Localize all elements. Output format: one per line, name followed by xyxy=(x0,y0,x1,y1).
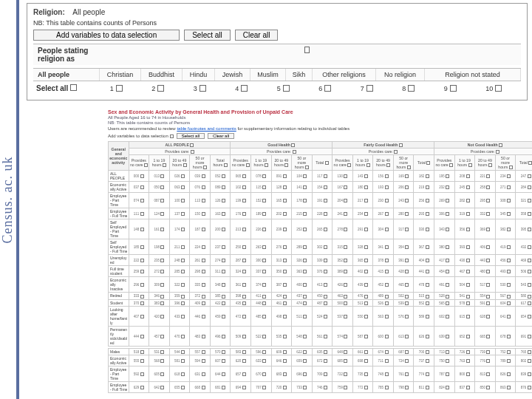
cell-checkbox[interactable] xyxy=(222,350,225,354)
cell-checkbox[interactable] xyxy=(385,335,389,338)
cell-checkbox[interactable] xyxy=(202,199,205,202)
cell-checkbox[interactable] xyxy=(385,386,389,389)
cell-checkbox[interactable] xyxy=(303,228,307,231)
cell-checkbox[interactable] xyxy=(202,295,205,299)
cell-checkbox[interactable] xyxy=(160,259,164,262)
cell-checkbox[interactable] xyxy=(202,372,205,376)
cell-checkbox[interactable] xyxy=(426,259,429,262)
cell-checkbox[interactable] xyxy=(140,228,144,231)
cell-checkbox[interactable] xyxy=(344,259,347,262)
group-checkbox[interactable] xyxy=(399,143,403,147)
cell-checkbox[interactable] xyxy=(507,335,511,338)
cell-checkbox[interactable] xyxy=(324,350,327,354)
cell-checkbox[interactable] xyxy=(385,228,389,231)
cell-checkbox[interactable] xyxy=(242,372,246,376)
subcol-checkbox[interactable] xyxy=(246,163,250,167)
cell-checkbox[interactable] xyxy=(364,359,368,363)
cell-checkbox[interactable] xyxy=(222,245,225,249)
subcol-checkbox[interactable] xyxy=(183,163,187,167)
cell-checkbox[interactable] xyxy=(181,335,185,338)
cell-checkbox[interactable] xyxy=(303,245,307,249)
cell-checkbox[interactable] xyxy=(528,372,531,376)
cell-checkbox[interactable] xyxy=(140,199,144,202)
cell-checkbox[interactable] xyxy=(426,350,429,354)
cell-checkbox[interactable] xyxy=(242,359,246,363)
cell-checkbox[interactable] xyxy=(160,295,164,299)
cell-checkbox[interactable] xyxy=(140,270,144,273)
cell-checkbox[interactable] xyxy=(181,350,185,354)
group-checkbox[interactable] xyxy=(499,143,502,147)
subcol-checkbox[interactable] xyxy=(265,163,268,167)
cell-checkbox[interactable] xyxy=(364,386,368,389)
cell-checkbox[interactable] xyxy=(242,259,246,262)
cell-checkbox[interactable] xyxy=(181,199,185,202)
cell-checkbox[interactable] xyxy=(466,386,470,389)
cell-checkbox[interactable] xyxy=(324,359,327,363)
cell-checkbox[interactable] xyxy=(262,270,266,273)
cell-checkbox[interactable] xyxy=(486,301,490,305)
cell-checkbox[interactable] xyxy=(283,315,287,318)
cell-checkbox[interactable] xyxy=(426,359,429,363)
select-all-button[interactable]: Select all xyxy=(184,30,231,41)
cell-checkbox[interactable] xyxy=(303,270,307,273)
cell-checkbox[interactable] xyxy=(486,245,490,249)
cell-checkbox[interactable] xyxy=(486,199,490,202)
cell-checkbox[interactable] xyxy=(303,283,307,287)
cell-checkbox[interactable] xyxy=(140,350,144,354)
cell-checkbox[interactable] xyxy=(222,199,225,202)
provides-care-checkbox[interactable] xyxy=(496,150,499,154)
cell-checkbox[interactable] xyxy=(283,259,287,262)
cell-checkbox[interactable] xyxy=(385,295,389,299)
cell-checkbox[interactable] xyxy=(262,259,266,262)
cell-checkbox[interactable] xyxy=(160,199,164,202)
cell-checkbox[interactable] xyxy=(385,315,389,318)
cell-checkbox[interactable] xyxy=(466,259,470,262)
cell-checkbox[interactable] xyxy=(324,372,327,376)
cell-checkbox[interactable] xyxy=(528,283,531,287)
cell-checkbox[interactable] xyxy=(283,372,287,376)
cell-checkbox[interactable] xyxy=(160,270,164,273)
cell-checkbox[interactable] xyxy=(160,386,164,389)
cell-checkbox[interactable] xyxy=(222,185,225,189)
cell-checkbox[interactable] xyxy=(486,359,490,363)
cell-checkbox[interactable] xyxy=(405,301,409,305)
subcol-checkbox[interactable] xyxy=(449,163,453,167)
cell-checkbox[interactable] xyxy=(242,174,246,178)
provides-care-checkbox[interactable] xyxy=(394,150,398,154)
cell-checkbox[interactable] xyxy=(222,372,225,376)
cell-checkbox[interactable] xyxy=(324,228,327,231)
cell-checkbox[interactable] xyxy=(426,283,429,287)
cell-checkbox[interactable] xyxy=(140,315,144,318)
cell-checkbox[interactable] xyxy=(202,301,205,305)
cell-checkbox[interactable] xyxy=(446,270,449,273)
cell-checkbox[interactable] xyxy=(262,335,266,338)
cell-checkbox[interactable] xyxy=(364,283,368,287)
cell-checkbox[interactable] xyxy=(181,259,185,262)
clear-all-button[interactable]: Clear all xyxy=(235,30,279,41)
cell-checkbox[interactable] xyxy=(160,174,164,178)
cell-checkbox[interactable] xyxy=(385,174,389,178)
cell-checkbox[interactable] xyxy=(426,386,429,389)
cell-checkbox[interactable] xyxy=(385,283,389,287)
cell-checkbox[interactable] xyxy=(344,199,347,202)
cell-checkbox[interactable] xyxy=(222,301,225,305)
cell-checkbox[interactable] xyxy=(242,350,246,354)
cell-checkbox[interactable] xyxy=(202,270,205,273)
cell-checkbox[interactable] xyxy=(507,212,511,216)
cell-checkbox[interactable] xyxy=(446,228,449,231)
cell-checkbox[interactable] xyxy=(446,372,449,376)
cell-checkbox[interactable] xyxy=(303,212,307,216)
cell-checkbox[interactable] xyxy=(242,199,246,202)
cell-checkbox[interactable] xyxy=(242,335,246,338)
cell-checkbox[interactable] xyxy=(446,315,449,318)
cell-checkbox[interactable] xyxy=(364,295,368,299)
cell-checkbox[interactable] xyxy=(222,335,225,338)
cell-checkbox[interactable] xyxy=(181,212,185,216)
cell-checkbox[interactable] xyxy=(140,386,144,389)
cell-checkbox[interactable] xyxy=(385,199,389,202)
cell-checkbox[interactable] xyxy=(344,270,347,273)
subcol-checkbox[interactable] xyxy=(488,163,492,167)
cell-checkbox[interactable] xyxy=(405,185,409,189)
cell-checkbox[interactable] xyxy=(262,174,266,178)
cell-checkbox[interactable] xyxy=(160,283,164,287)
